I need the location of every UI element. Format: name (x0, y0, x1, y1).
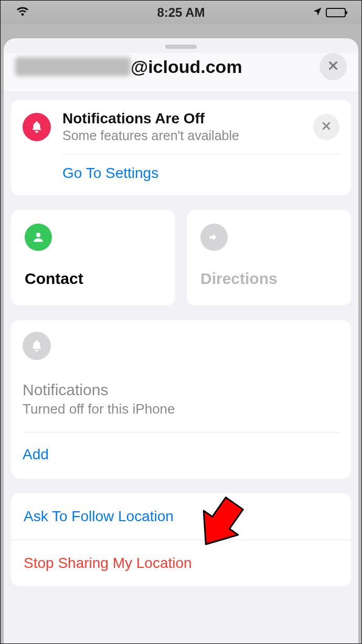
directions-tile: Directions (187, 210, 351, 305)
sheet-grabber[interactable] (165, 45, 197, 49)
stop-sharing-button[interactable]: Stop Sharing My Location (11, 540, 351, 586)
ask-to-follow-button[interactable]: Ask To Follow Location (11, 493, 351, 540)
tiles-row: Contact Directions (11, 210, 351, 305)
battery-icon (326, 8, 346, 17)
redacted-name (15, 57, 131, 76)
location-services-icon (312, 5, 323, 20)
close-button[interactable] (320, 53, 347, 80)
dismiss-notif-button[interactable] (313, 114, 339, 140)
contact-tile[interactable]: Contact (11, 210, 175, 305)
status-time: 8:25 AM (157, 5, 205, 20)
location-actions: Ask To Follow Location Stop Sharing My L… (11, 493, 351, 586)
directions-label: Directions (200, 270, 337, 288)
sheet-header: @icloud.com (4, 53, 358, 92)
notif-title: Notifications Are Off (62, 110, 302, 127)
add-notification-button[interactable]: Add (23, 432, 339, 479)
notifications-off-card: Notifications Are Off Some features aren… (11, 100, 351, 195)
sheet-title: @icloud.com (15, 57, 312, 77)
contact-sheet: @icloud.com Notifications Are Off Some f… (4, 38, 358, 643)
sheet-content: Notifications Are Off Some features aren… (4, 92, 358, 594)
person-icon (25, 224, 52, 251)
status-bar: 8:25 AM (1, 1, 361, 24)
close-icon (327, 60, 339, 73)
notifications-section: Notifications Turned off for this iPhone… (11, 320, 351, 479)
notifications-title: Notifications (23, 381, 339, 399)
go-to-settings-link[interactable]: Go To Settings (23, 154, 339, 195)
bell-icon-grey (23, 332, 51, 360)
status-left (16, 5, 29, 20)
wifi-icon (16, 5, 29, 20)
notif-row: Notifications Are Off Some features aren… (23, 110, 339, 143)
notif-subtitle: Some features aren't available (62, 128, 302, 143)
directions-icon (200, 224, 228, 251)
notifications-subtitle: Turned off for this iPhone (23, 401, 339, 417)
status-right (312, 5, 346, 20)
title-suffix: @icloud.com (131, 57, 242, 77)
bell-icon (23, 113, 51, 141)
close-icon (321, 121, 332, 133)
contact-label: Contact (25, 270, 162, 288)
